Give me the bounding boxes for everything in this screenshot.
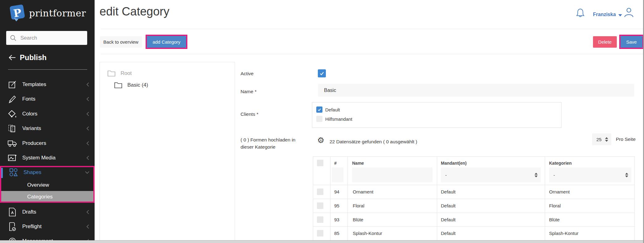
sidebar-item-label: Variants: [22, 125, 41, 132]
sidebar-item-variants[interactable]: Variants: [0, 121, 95, 136]
per-page-select[interactable]: 25: [592, 133, 611, 145]
client-option-hilfsmandant[interactable]: Hilfsmandant: [316, 116, 352, 122]
drafts-pdf-icon: [7, 207, 17, 217]
sidebar-item-label: Categories: [27, 194, 53, 200]
sidebar-item-colors[interactable]: Colors: [0, 106, 95, 121]
sidebar-item-shapes[interactable]: Shapes: [0, 166, 95, 179]
tree-node-label: Basic (4): [127, 82, 148, 88]
sidebar-item-label: Producers: [22, 140, 46, 146]
upload-note-line1: ( 0 ) Formen hochladen in: [241, 136, 295, 143]
back-to-overview-button[interactable]: Back to overview: [100, 36, 142, 48]
save-label: Save: [626, 39, 637, 45]
chevron-left-icon: [86, 155, 90, 160]
back-arrow-icon: [8, 54, 16, 61]
add-category-button[interactable]: add Category: [147, 36, 186, 48]
chevron-left-icon: [86, 141, 90, 146]
active-checkbox[interactable]: [318, 69, 326, 77]
chevron-left-icon: [86, 82, 90, 87]
upload-note-line2: dieser Kategorie: [241, 143, 295, 150]
cell-name: Floral: [353, 203, 365, 208]
cell-mandant: Default: [441, 189, 456, 194]
sidebar-item-label: Templates: [22, 81, 46, 88]
cell-name: Ornament: [353, 189, 373, 194]
cell-kategorien: Splash-Kontur: [549, 231, 578, 236]
row-divider: [313, 213, 634, 213]
row-checkbox[interactable]: [317, 216, 323, 223]
filter-input-id[interactable]: [332, 167, 343, 182]
sidebar-divider: [8, 69, 87, 70]
spinner-icon: [605, 137, 608, 142]
tree-node-label: Root: [121, 70, 132, 76]
select-all-checkbox[interactable]: [317, 160, 323, 166]
sidebar-item-fonts[interactable]: Fonts: [0, 92, 95, 106]
cell-id: 85: [334, 231, 339, 236]
row-checkbox[interactable]: [317, 202, 323, 209]
sidebar-item-preflight[interactable]: Preflight: [0, 219, 95, 234]
client-option-label: Hilfsmandant: [325, 116, 352, 122]
tree-node-basic[interactable]: Basic (4): [114, 81, 148, 89]
search-input[interactable]: [20, 35, 83, 41]
delete-button[interactable]: Delete: [593, 36, 617, 48]
delete-label: Delete: [598, 39, 612, 45]
filter-select-kategorien[interactable]: -: [549, 167, 631, 182]
publish-label: Publish: [20, 53, 47, 62]
user-avatar-icon[interactable]: [623, 7, 634, 18]
per-page-value: 25: [596, 137, 602, 142]
sidebar-item-drafts[interactable]: Drafts: [0, 205, 95, 219]
client-option-default[interactable]: Default: [316, 106, 340, 113]
header-divider: [101, 29, 644, 29]
column-header-mandant: Mandant(en): [441, 161, 467, 166]
sidebar-item-producers[interactable]: Producers: [0, 136, 95, 150]
client-checkbox-checked[interactable]: [316, 106, 322, 113]
sidebar-item-overview[interactable]: Overview: [0, 179, 95, 191]
variants-icon: [7, 124, 17, 133]
logo-text: printformer: [29, 8, 86, 19]
preflight-check-document-icon: [7, 222, 17, 231]
save-button[interactable]: Save: [621, 36, 642, 48]
filter-input-name[interactable]: [352, 167, 433, 182]
sidebar-item-system-media[interactable]: System Media: [0, 150, 95, 165]
clients-label: Clients *: [241, 111, 258, 117]
producers-truck-icon: [7, 139, 17, 148]
sidebar-search: [6, 31, 87, 45]
client-checkbox-unchecked[interactable]: [316, 116, 322, 122]
notifications-bell-icon[interactable]: [576, 8, 585, 18]
sidebar-item-label: Overview: [27, 182, 49, 188]
client-option-label: Default: [325, 107, 340, 112]
chevron-left-icon: [86, 210, 90, 215]
sidebar-item-label: Preflight: [22, 223, 41, 230]
printformer-logo-icon: P: [9, 4, 26, 22]
printformer-logo[interactable]: P printformer: [0, 4, 95, 22]
records-info: 22 Datensätze gefunden ( 0 ausgewählt ): [330, 139, 417, 145]
colors-icon: [7, 109, 17, 119]
row-checkbox[interactable]: [317, 189, 323, 195]
tree-node-root[interactable]: Root: [107, 70, 132, 77]
column-header-kategorien: Kategorien: [549, 161, 572, 166]
folder-icon: [114, 81, 122, 89]
spinner-icon: [625, 173, 628, 177]
gear-icon[interactable]: ⚙: [317, 136, 324, 145]
templates-icon: [7, 80, 17, 89]
user-menu-caret-icon[interactable]: [618, 14, 622, 16]
column-header-id: #: [334, 161, 337, 166]
per-page-label: Pro Seite: [616, 137, 636, 142]
shapes-icon: [9, 168, 19, 177]
sidebar-item-categories[interactable]: Categories: [0, 191, 95, 203]
spinner-icon: [535, 173, 538, 177]
publish-section-header[interactable]: Publish: [8, 53, 47, 62]
chevron-left-icon: [86, 111, 90, 116]
fonts-icon: [7, 94, 17, 104]
name-input[interactable]: Basic: [318, 84, 634, 97]
user-name[interactable]: Franziska: [593, 12, 616, 17]
name-input-value: Basic: [324, 88, 336, 93]
cell-name: Splash-Kontur: [353, 231, 382, 236]
upload-note: ( 0 ) Formen hochladen in dieser Kategor…: [241, 136, 295, 150]
chevron-left-icon: [86, 224, 90, 229]
cell-mandant: Default: [441, 231, 456, 236]
sidebar-item-label: System Media: [22, 155, 56, 161]
add-category-label: add Category: [152, 39, 180, 45]
app-window: P printformer Publish Templates: [0, 0, 644, 243]
row-checkbox[interactable]: [317, 230, 323, 236]
filter-select-mandant[interactable]: -: [441, 167, 541, 182]
sidebar-item-templates[interactable]: Templates: [0, 77, 95, 92]
